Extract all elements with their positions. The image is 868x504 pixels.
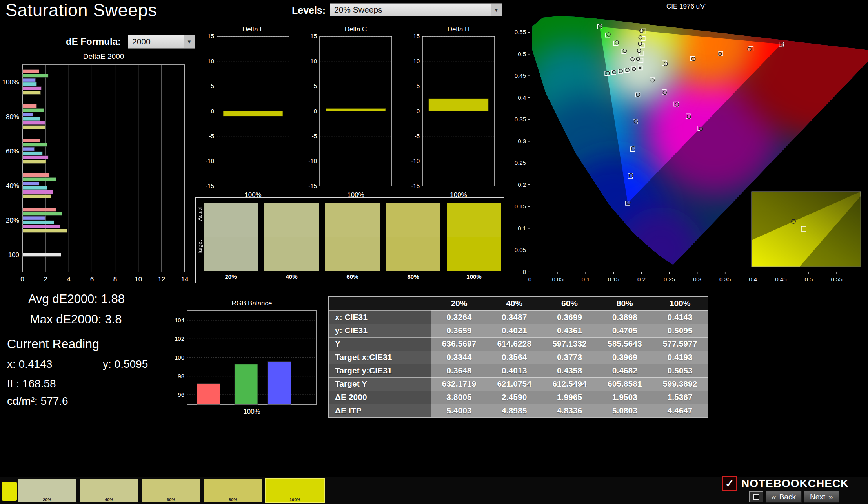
patch-thumbnail-20%[interactable]: 20% — [18, 479, 76, 502]
x-tick-label: 0.3 — [693, 276, 701, 283]
table-cell: 4.8336 — [542, 404, 597, 417]
table-cell: 1.9965 — [542, 391, 597, 404]
next-button[interactable]: Next » — [804, 491, 839, 503]
y-axis-label: 15 — [207, 33, 214, 39]
back-button[interactable]: « Back — [766, 491, 802, 503]
notebookcheck-logo-text: NOTEBOOKCHECK — [741, 477, 849, 490]
swatch-target — [447, 237, 501, 271]
y-tick-label: 0.1 — [518, 225, 526, 232]
measured-dot — [623, 49, 626, 53]
swatch-target — [325, 237, 380, 271]
y-axis-label: 98 — [178, 373, 184, 380]
delta-bar — [223, 111, 283, 116]
table-cell: 2.4590 — [487, 391, 542, 404]
measured-dot — [629, 173, 633, 177]
y-axis-label: 96 — [178, 391, 184, 398]
table-cell: 0.3898 — [597, 310, 652, 324]
table-header: 40% — [487, 297, 542, 310]
screenshot-icon[interactable] — [749, 491, 763, 502]
deltae2000-bar-chart: DeltaE 2000100%80%60%40%20%1000246810121… — [0, 51, 196, 287]
max-de2000-value: Max dE2000: 3.8 — [30, 312, 122, 327]
de-bar — [23, 182, 39, 185]
table-cell: 605.8581 — [597, 377, 652, 391]
page-title: Saturation Sweeps — [5, 0, 157, 20]
patch-thumbnail-100%[interactable]: 100% — [266, 479, 324, 502]
measured-dot — [636, 93, 640, 96]
rgb-bar — [268, 362, 291, 404]
de-bar — [23, 143, 47, 146]
measured-dot — [692, 57, 695, 61]
swatch-actual — [447, 203, 501, 237]
de-formula-dropdown[interactable]: 2000 ▼ — [128, 35, 195, 49]
delta-h-chart: Delta H151050-5-10-15100% — [404, 23, 498, 197]
plot-frame — [22, 65, 185, 272]
x-axis-label: 12 — [158, 276, 165, 283]
swatch-20%: 20% — [204, 203, 258, 280]
table-cell: 636.5697 — [431, 337, 487, 351]
delta-bar — [326, 109, 386, 111]
table-cell: 4.8985 — [487, 404, 542, 417]
measured-dot — [627, 201, 630, 204]
table-row-label: ΔE 2000 — [329, 391, 431, 404]
chart-title: Delta H — [448, 26, 470, 33]
swatch-comparison-panel: Actual Target 20%40%60%80%100% — [195, 197, 504, 283]
swatch-100%: 100% — [447, 203, 501, 280]
measured-dot — [675, 103, 679, 106]
next-arrow-icon: » — [828, 492, 833, 502]
x-axis-label: 6 — [90, 276, 94, 283]
de-formula-label: dE Formula: — [66, 36, 121, 47]
y-axis-label: 0 — [211, 108, 214, 114]
current-reading-y: y: 0.5095 — [103, 358, 148, 371]
patch-thumbnail-80%[interactable]: 80% — [204, 479, 262, 502]
chart-title: Delta L — [242, 26, 264, 33]
x-tick-label: 0.25 — [664, 276, 675, 283]
avg-de2000-value: Avg dE2000: 1.88 — [28, 292, 125, 306]
de-bar — [23, 253, 61, 257]
measured-dot — [626, 68, 629, 71]
table-header: 60% — [542, 297, 597, 310]
notebookcheck-check-icon: ✓ — [722, 476, 737, 491]
y-tick-label: 0.4 — [518, 94, 526, 101]
table-cell: 0.3699 — [542, 310, 597, 324]
table-cell: 585.5643 — [597, 337, 652, 351]
measured-dot — [699, 127, 703, 131]
table-cell: 0.4358 — [542, 364, 597, 377]
de-bar — [23, 177, 56, 181]
y-axis-label: 20% — [6, 217, 19, 224]
y-axis-label: -15 — [206, 183, 214, 189]
x-axis-label: 4 — [67, 276, 71, 283]
table-row-label: y: CIE31 — [329, 324, 431, 337]
thumbnail-label: 40% — [80, 497, 138, 502]
measured-dot — [639, 36, 642, 39]
swatch-label: 40% — [264, 273, 319, 280]
de-bar — [23, 117, 40, 121]
de-bar — [23, 173, 49, 177]
de-bar — [23, 190, 53, 194]
table-cell: 577.5977 — [652, 337, 708, 351]
thumbnail-label: 100% — [266, 497, 324, 502]
patch-thumbnail-40%[interactable]: 40% — [80, 479, 138, 502]
table-cell: 0.4682 — [597, 364, 652, 377]
y-axis-label: -5 — [312, 133, 317, 139]
table-cell: 0.3487 — [487, 310, 542, 324]
swatch-label: 60% — [325, 273, 380, 280]
de-bar — [23, 78, 36, 82]
patch-thumbnail-60%[interactable]: 60% — [142, 479, 200, 502]
table-cell: 0.3648 — [431, 364, 487, 377]
levels-dropdown[interactable]: 20% Sweeps ▼ — [330, 3, 502, 16]
y-axis-label: 5 — [314, 82, 317, 89]
x-axis-label: 0 — [20, 276, 24, 283]
de-bar — [23, 70, 39, 73]
y-tick-label: 0.5 — [518, 51, 526, 57]
de-formula-selected-value: 2000 — [132, 37, 151, 46]
swatch-label: 100% — [447, 273, 501, 280]
table-row-label: Target y:CIE31 — [329, 364, 431, 377]
de-bar — [23, 208, 56, 212]
measured-dot — [599, 24, 602, 28]
de-bar — [23, 74, 48, 77]
levels-selected-value: 20% Sweeps — [334, 5, 382, 15]
y-axis-label: 80% — [6, 113, 19, 121]
y-axis-label: -10 — [206, 157, 214, 164]
table-cell: 0.3564 — [487, 351, 542, 364]
table-cell: 599.3892 — [652, 377, 708, 391]
